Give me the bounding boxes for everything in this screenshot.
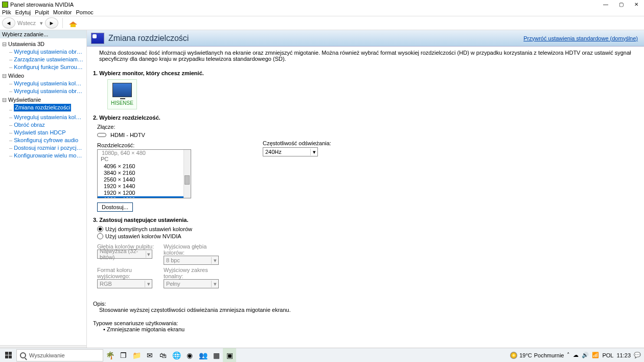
menu-monitor[interactable]: Monitor — [53, 9, 72, 15]
minimize-button[interactable]: — — [598, 0, 613, 9]
search-input[interactable]: Wyszukiwanie — [16, 349, 103, 361]
task-tree[interactable]: Ustawienia 3D Wyreguluj ustawienia obraz… — [0, 38, 86, 345]
output-depth-dropdown: 8 bpc▾ — [164, 256, 219, 265]
resolution-label: Rozdzielczość: — [97, 142, 134, 148]
radio-default-label: Użyj domyślnych ustawień kolorów — [105, 226, 192, 232]
tree-item[interactable]: Konfiguruj funkcje Surround, PhysX — [9, 63, 84, 71]
start-button[interactable] — [0, 348, 16, 363]
list-category-pc: PC — [98, 156, 183, 163]
resolution-icon — [91, 33, 104, 44]
tray-wifi-icon[interactable]: 📶 — [592, 352, 599, 358]
tree-item[interactable]: Dostosuj rozmiar i pozycję pulpitu — [9, 144, 84, 152]
tree-item-resolution[interactable]: Zmiana rozdzielczości — [14, 104, 71, 111]
back-button[interactable]: ◄ — [2, 17, 15, 29]
tray-volume-icon[interactable]: 🔊 — [582, 352, 589, 358]
radio-default-colors[interactable] — [97, 226, 103, 232]
taskbar: Wyszukiwanie 🌴 ❐ 📁 ✉ 🛍 🌐 ◉ 👥 ▦ ▣ 19°C Po… — [0, 348, 644, 362]
usage-bullet: • Zmniejszanie migotania ekranu — [93, 326, 638, 332]
tray-lang[interactable]: POL — [602, 352, 613, 358]
back-label: Wstecz — [17, 20, 36, 26]
tree-cat-3d[interactable]: Ustawienia 3D — [2, 40, 84, 48]
monitor-hisense[interactable]: HISENSE — [107, 79, 137, 109]
close-button[interactable]: ✕ — [629, 0, 644, 9]
home-button[interactable] — [67, 17, 79, 29]
usage-header: Typowe scenariusze użytkowania: — [93, 320, 638, 326]
weather-icon — [510, 352, 517, 359]
tree-item[interactable]: Wyreguluj ustawienia kolorów pulpitu — [9, 114, 84, 121]
title-bar: Panel sterowania NVIDIA — ▢ ✕ — [0, 0, 644, 9]
output-depth-label: Wyjściowa głębia kolorów: — [164, 243, 225, 256]
tray-chevron-icon[interactable]: ˄ — [567, 352, 570, 358]
windows-icon — [5, 352, 12, 358]
tray-notifications-icon[interactable]: 💬 — [634, 352, 641, 358]
restore-defaults-link[interactable]: Przywróć ustawienia standardowe (domyśln… — [523, 35, 638, 41]
refresh-label: Częstotliwość odświeżania: — [263, 140, 331, 146]
taskbar-app-9[interactable]: ▦ — [210, 348, 223, 363]
store-icon[interactable]: 🛍 — [156, 348, 170, 363]
customize-button[interactable]: Dostosuj... — [97, 202, 133, 212]
description-text: Stosowanie wyższej częstotliwości odświe… — [93, 307, 638, 313]
tonal-range-dropdown: Pełny▾ — [164, 279, 219, 288]
task-view-icon[interactable]: ❐ — [117, 348, 130, 363]
explorer-icon[interactable]: 📁 — [130, 348, 143, 363]
tree-item[interactable]: Wyreguluj ustawienia kolorów obrazu wide… — [9, 80, 84, 87]
taskbar-app-1[interactable]: 🌴 — [103, 348, 117, 363]
tree-cat-display[interactable]: Wyświetlanie — [2, 96, 84, 104]
monitor-label: HISENSE — [111, 100, 133, 106]
color-format-label: Format koloru wyjściowego: — [97, 267, 158, 279]
nvidia-taskbar-icon[interactable]: ▣ — [223, 348, 236, 363]
list-item[interactable]: 4096 × 2160 — [98, 163, 183, 170]
connector-value: HDMI - HDTV — [110, 132, 145, 138]
edge-icon[interactable]: 🌐 — [170, 348, 183, 363]
menu-plik[interactable]: Plik — [2, 9, 11, 15]
list-item-cut[interactable]: 1080p, 640 × 480 — [98, 150, 183, 156]
color-format-dropdown: RGB▾ — [97, 279, 152, 288]
hdmi-icon — [97, 133, 106, 137]
list-item[interactable]: 1920 × 1440 — [98, 183, 183, 190]
tray-cloud-icon[interactable]: ☁ — [573, 352, 579, 358]
home-icon — [69, 19, 77, 27]
weather-widget[interactable]: 19°C Pochmurnie — [510, 352, 564, 359]
tonal-range-label: Wyjściowy zakres tonalny: — [164, 267, 225, 279]
page-header: Zmiana rozdzielczości Przywróć ustawieni… — [87, 30, 644, 47]
forward-button[interactable]: ► — [45, 17, 58, 29]
tree-cat-video[interactable]: Wideo — [2, 72, 84, 80]
content-pane: Zmiana rozdzielczości Przywróć ustawieni… — [87, 30, 644, 362]
page-title: Zmiana rozdzielczości — [108, 34, 523, 43]
list-item[interactable]: 2560 × 1440 — [98, 176, 183, 183]
list-item[interactable]: 3840 × 2160 — [98, 170, 183, 176]
mail-icon[interactable]: ✉ — [143, 348, 156, 363]
menu-edytuj[interactable]: Edytuj — [15, 9, 31, 15]
resolution-listbox[interactable]: 1080p, 640 × 480 PC 4096 × 2160 3840 × 2… — [97, 149, 191, 198]
chrome-icon[interactable]: ◉ — [183, 348, 196, 363]
radio-nvidia-label: Użyj ustawień kolorów NVIDIA — [105, 233, 181, 239]
tree-item[interactable]: Konfigurowanie wielu monitorów — [9, 152, 84, 160]
teams-icon[interactable]: 👥 — [196, 348, 210, 363]
description-header: Opis: — [93, 301, 638, 307]
section-1-label: 1. Wybierz monitor, który chcesz zmienić… — [93, 70, 634, 76]
tree-item[interactable]: Obróć obraz — [9, 121, 84, 129]
section-3-label: 3. Zastosuj następujące ustawienia. — [93, 217, 634, 223]
window-title: Panel sterowania NVIDIA — [10, 2, 598, 8]
toolbar: ◄ Wstecz ▾ ► — [0, 16, 644, 30]
tree-item[interactable]: Zarządzanie ustawieniami 3D — [9, 56, 84, 63]
tree-item[interactable]: Skonfiguruj cyfrowe audio — [9, 137, 84, 144]
menu-pulpit[interactable]: Pulpit — [35, 9, 49, 15]
monitor-icon — [112, 83, 132, 97]
tree-item[interactable]: Wyświetl stan HDCP — [9, 129, 84, 137]
nvidia-icon — [2, 2, 8, 8]
radio-nvidia-colors[interactable] — [97, 233, 103, 239]
tree-item[interactable]: Wyreguluj ustawienia obrazu wideo — [9, 87, 84, 95]
tray-time[interactable]: 11:23 — [616, 352, 631, 358]
listbox-scrollbar[interactable] — [183, 150, 191, 198]
section-2-label: 2. Wybierz rozdzielczość. — [93, 115, 634, 121]
weather-temp: 19°C — [519, 352, 532, 358]
refresh-dropdown[interactable]: 240Hz ▾ — [263, 147, 318, 156]
weather-desc: Pochmurnie — [534, 352, 564, 358]
tree-item[interactable]: Wyreguluj ustawienia obrazu, korzystając — [9, 48, 84, 56]
list-item[interactable]: 1920 × 1200 — [98, 190, 183, 196]
refresh-value: 240Hz — [265, 149, 282, 155]
menu-pomoc[interactable]: Pomoc — [76, 9, 94, 15]
maximize-button[interactable]: ▢ — [613, 0, 629, 9]
list-item-selected[interactable]: 1920 × 1080 — [98, 196, 183, 198]
